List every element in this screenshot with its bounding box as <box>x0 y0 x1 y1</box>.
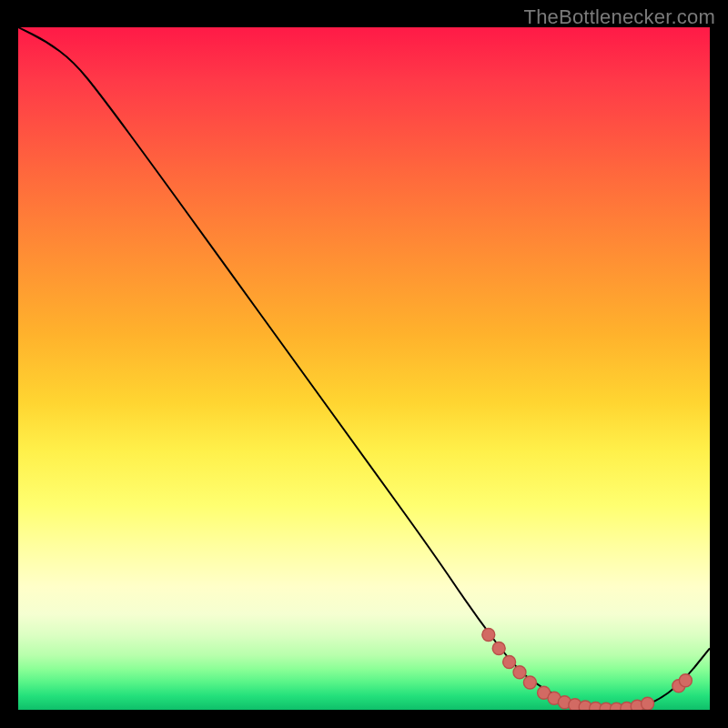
data-marker <box>513 666 526 679</box>
plot-area <box>18 27 710 710</box>
chart-frame: TheBottlenecker.com <box>0 0 728 728</box>
attribution-text: TheBottlenecker.com <box>524 5 715 29</box>
data-marker <box>523 676 536 689</box>
data-marker <box>492 642 505 655</box>
data-markers <box>18 27 710 710</box>
data-marker <box>503 656 516 669</box>
data-marker <box>482 629 495 642</box>
data-marker <box>642 697 654 710</box>
data-marker <box>679 674 692 687</box>
